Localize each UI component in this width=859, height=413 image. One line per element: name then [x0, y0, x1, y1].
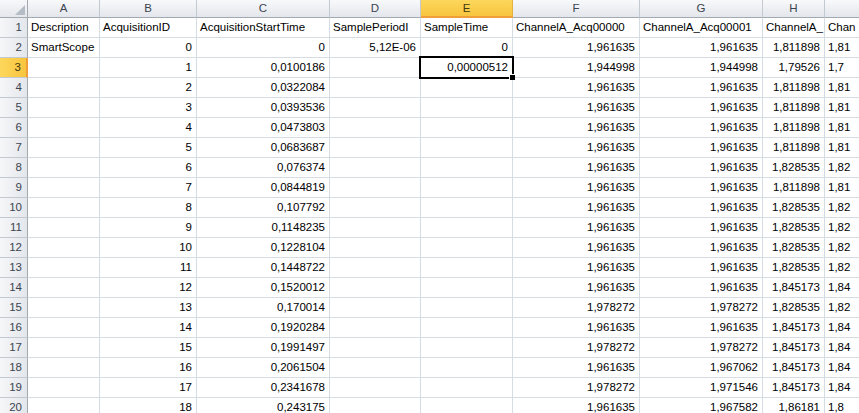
row-header-20[interactable]: 20 [0, 398, 28, 413]
cell-C11[interactable]: 0,1148235 [197, 218, 330, 238]
row-header-12[interactable]: 12 [0, 238, 28, 258]
cell-G10[interactable]: 1,961635 [640, 198, 763, 218]
cell-D8[interactable] [330, 158, 421, 178]
cell-E12[interactable] [421, 238, 513, 258]
cell-A20[interactable] [28, 398, 100, 413]
cell-A14[interactable] [28, 278, 100, 298]
cell-H8[interactable]: 1,828535 [763, 158, 825, 178]
cell-E10[interactable] [421, 198, 513, 218]
cell-G5[interactable]: 1,961635 [640, 98, 763, 118]
cell-E4[interactable] [421, 78, 513, 98]
cell-I5[interactable]: 1,81 [825, 98, 859, 118]
row-header-5[interactable]: 5 [0, 98, 28, 118]
cell-D3[interactable] [330, 58, 421, 78]
cell-D20[interactable] [330, 398, 421, 413]
cell-A10[interactable] [28, 198, 100, 218]
cell-F19[interactable]: 1,978272 [513, 378, 640, 398]
cell-A19[interactable] [28, 378, 100, 398]
cell-C15[interactable]: 0,170014 [197, 298, 330, 318]
cell-I2[interactable]: 1,81 [825, 38, 859, 58]
cell-B9[interactable]: 7 [100, 178, 197, 198]
row-header-10[interactable]: 10 [0, 198, 28, 218]
cell-A1[interactable]: Description [28, 18, 100, 38]
cell-B5[interactable]: 3 [100, 98, 197, 118]
cell-E13[interactable] [421, 258, 513, 278]
cell-B2[interactable]: 0 [100, 38, 197, 58]
cell-G8[interactable]: 1,961635 [640, 158, 763, 178]
cell-C1[interactable]: AcquisitionStartTime [197, 18, 330, 38]
cell-A11[interactable] [28, 218, 100, 238]
cell-D15[interactable] [330, 298, 421, 318]
cell-A3[interactable] [28, 58, 100, 78]
cell-G9[interactable]: 1,961635 [640, 178, 763, 198]
cell-H10[interactable]: 1,828535 [763, 198, 825, 218]
row-header-16[interactable]: 16 [0, 318, 28, 338]
column-header-E[interactable]: E [421, 0, 513, 18]
cell-E18[interactable] [421, 358, 513, 378]
cell-C6[interactable]: 0,0473803 [197, 118, 330, 138]
cell-A17[interactable] [28, 338, 100, 358]
cell-H18[interactable]: 1,845173 [763, 358, 825, 378]
cell-G7[interactable]: 1,961635 [640, 138, 763, 158]
cell-A7[interactable] [28, 138, 100, 158]
cell-C8[interactable]: 0,076374 [197, 158, 330, 178]
cell-F18[interactable]: 1,961635 [513, 358, 640, 378]
cell-F6[interactable]: 1,961635 [513, 118, 640, 138]
cell-G14[interactable]: 1,961635 [640, 278, 763, 298]
cell-C7[interactable]: 0,0683687 [197, 138, 330, 158]
cell-C4[interactable]: 0,0322084 [197, 78, 330, 98]
cell-A6[interactable] [28, 118, 100, 138]
cell-E9[interactable] [421, 178, 513, 198]
cell-E2[interactable]: 0 [421, 38, 513, 58]
cell-I15[interactable]: 1,82 [825, 298, 859, 318]
column-header-F[interactable]: F [513, 0, 640, 18]
cell-F15[interactable]: 1,978272 [513, 298, 640, 318]
cell-I7[interactable]: 1,81 [825, 138, 859, 158]
cell-I11[interactable]: 1,82 [825, 218, 859, 238]
row-header-18[interactable]: 18 [0, 358, 28, 378]
cell-C19[interactable]: 0,2341678 [197, 378, 330, 398]
cell-I17[interactable]: 1,84 [825, 338, 859, 358]
cell-G20[interactable]: 1,967582 [640, 398, 763, 413]
cell-I1[interactable]: Chan [825, 18, 859, 38]
cell-B19[interactable]: 17 [100, 378, 197, 398]
cell-D6[interactable] [330, 118, 421, 138]
cell-H20[interactable]: 1,86181 [763, 398, 825, 413]
cell-F14[interactable]: 1,961635 [513, 278, 640, 298]
cell-A12[interactable] [28, 238, 100, 258]
cell-F4[interactable]: 1,961635 [513, 78, 640, 98]
cell-H19[interactable]: 1,845173 [763, 378, 825, 398]
cell-F2[interactable]: 1,961635 [513, 38, 640, 58]
cell-C5[interactable]: 0,0393536 [197, 98, 330, 118]
cell-C12[interactable]: 0,1228104 [197, 238, 330, 258]
cell-I9[interactable]: 1,81 [825, 178, 859, 198]
column-header-G[interactable]: G [640, 0, 763, 18]
cell-I6[interactable]: 1,81 [825, 118, 859, 138]
cell-H13[interactable]: 1,828535 [763, 258, 825, 278]
row-header-7[interactable]: 7 [0, 138, 28, 158]
cell-E5[interactable] [421, 98, 513, 118]
cell-I14[interactable]: 1,84 [825, 278, 859, 298]
cell-F10[interactable]: 1,961635 [513, 198, 640, 218]
select-all-corner[interactable] [0, 0, 28, 18]
cell-G4[interactable]: 1,961635 [640, 78, 763, 98]
cell-D14[interactable] [330, 278, 421, 298]
cell-H7[interactable]: 1,811898 [763, 138, 825, 158]
cell-G15[interactable]: 1,978272 [640, 298, 763, 318]
cell-H16[interactable]: 1,845173 [763, 318, 825, 338]
cell-C18[interactable]: 0,2061504 [197, 358, 330, 378]
cell-B7[interactable]: 5 [100, 138, 197, 158]
cell-H5[interactable]: 1,811898 [763, 98, 825, 118]
row-header-3[interactable]: 3 [0, 58, 28, 78]
cell-D7[interactable] [330, 138, 421, 158]
cell-F8[interactable]: 1,961635 [513, 158, 640, 178]
fill-handle[interactable] [509, 74, 515, 80]
row-header-13[interactable]: 13 [0, 258, 28, 278]
cell-A4[interactable] [28, 78, 100, 98]
cell-H1[interactable]: ChannelA_ [763, 18, 825, 38]
cell-G19[interactable]: 1,971546 [640, 378, 763, 398]
cell-H11[interactable]: 1,828535 [763, 218, 825, 238]
cell-E7[interactable] [421, 138, 513, 158]
cell-F9[interactable]: 1,961635 [513, 178, 640, 198]
cell-I20[interactable]: 1,8 [825, 398, 859, 413]
